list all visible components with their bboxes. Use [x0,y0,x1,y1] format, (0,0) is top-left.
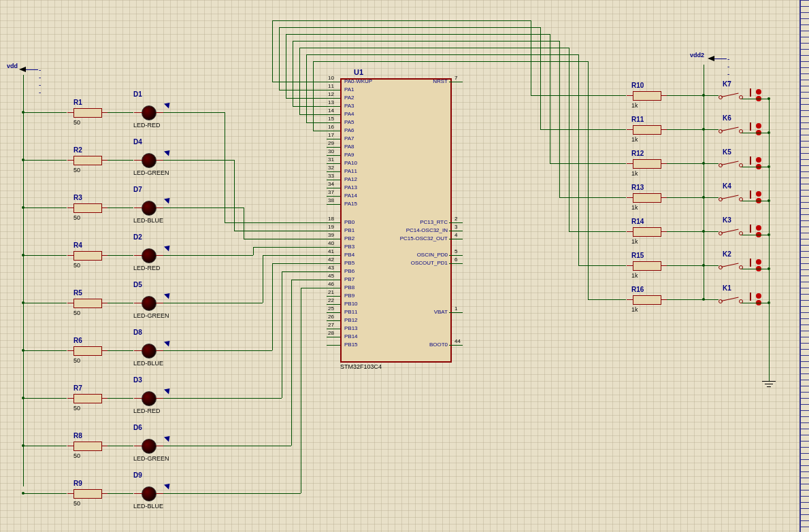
pin-name: PB11 [344,309,358,315]
resistor-value: 50 [73,310,80,316]
pin-num: 25 [328,305,334,312]
junction [767,301,770,304]
pin-name: BOOT0 [386,342,448,348]
wire [569,231,626,232]
wire [272,20,531,21]
switch-ref: K1 [723,284,731,292]
pin-name: PB13 [344,325,358,331]
wire [313,61,588,62]
resistor[interactable] [73,394,102,403]
resistor[interactable] [73,156,102,165]
pin-num: 12 [328,91,334,97]
wire [559,41,560,197]
wire [23,446,67,446]
wire [327,188,340,188]
wire [540,27,541,129]
wire [327,82,340,82]
resistor[interactable] [633,261,661,271]
wire [191,446,291,446]
led[interactable] [142,391,156,406]
wire [327,106,340,107]
switch[interactable] [721,261,742,263]
wire [449,231,463,231]
led[interactable] [142,344,156,359]
junction [767,165,770,168]
resistor[interactable] [73,299,102,308]
probe-vdd-left[interactable]: - - - - [19,67,26,72]
wire [327,320,340,321]
wire [742,133,769,133]
led[interactable] [142,439,156,454]
resistor-value: 50 [73,119,80,126]
switch[interactable] [721,91,742,93]
wire [327,263,340,264]
wire [327,329,340,329]
wire [769,99,770,381]
wire [108,398,133,399]
junction [767,267,770,270]
led[interactable] [142,486,156,501]
led[interactable] [142,105,156,120]
switch[interactable] [721,193,742,195]
resistor[interactable] [73,346,102,356]
resistor-value: 50 [73,500,80,507]
wire [253,247,327,248]
wire [108,493,133,494]
switch-ref: K4 [723,182,731,190]
wire [279,27,540,28]
wire [667,95,719,96]
wire [327,171,340,172]
wire [191,398,282,399]
led-type: LED-BLUE [133,360,163,367]
resistor[interactable] [73,203,102,213]
wire [667,129,719,130]
led[interactable] [142,201,156,216]
resistor[interactable] [73,108,102,118]
wire [327,304,340,305]
resistor-value: 1k [631,238,638,245]
wire [291,280,292,446]
junction [767,233,770,236]
switch[interactable] [721,227,742,229]
resistor[interactable] [633,91,661,101]
led[interactable] [142,153,156,168]
resistor-ref: R4 [73,242,82,249]
wire [108,446,133,446]
pin-name: PA5 [344,119,354,125]
probe-vdd-right[interactable]: - - - - [708,56,714,61]
wire [327,147,340,148]
resistor[interactable] [633,159,661,169]
resistor[interactable] [73,489,102,499]
pin-num: 30 [328,148,334,154]
led[interactable] [142,248,156,263]
resistor-ref: R8 [73,432,82,439]
wire [244,207,244,239]
pin-num: 31 [328,156,334,163]
junction [22,159,24,161]
resistor[interactable] [633,125,661,135]
pin-name: PA12 [344,176,357,182]
pin-num: 19 [328,224,334,230]
switch[interactable] [721,159,742,161]
resistor[interactable] [73,442,102,451]
schematic-canvas[interactable]: U1 STM32F103C4 // will be populated by m… [0,0,809,532]
resistor[interactable] [633,295,661,305]
resistor[interactable] [633,193,661,203]
led-type: LED-BLUE [133,217,163,224]
junction [22,444,24,447]
wire [578,265,626,266]
switch[interactable] [721,295,742,297]
pin-name: PB6 [344,268,354,274]
wire [742,99,769,99]
wire [108,350,133,351]
wire [306,54,307,122]
wire [667,231,719,232]
pin-num: 34 [328,181,334,187]
wire [327,231,340,231]
switch[interactable] [721,125,742,127]
resistor[interactable] [633,227,661,237]
resistor[interactable] [73,251,102,261]
wire [23,255,67,256]
led[interactable] [142,296,156,311]
wire [531,20,531,95]
